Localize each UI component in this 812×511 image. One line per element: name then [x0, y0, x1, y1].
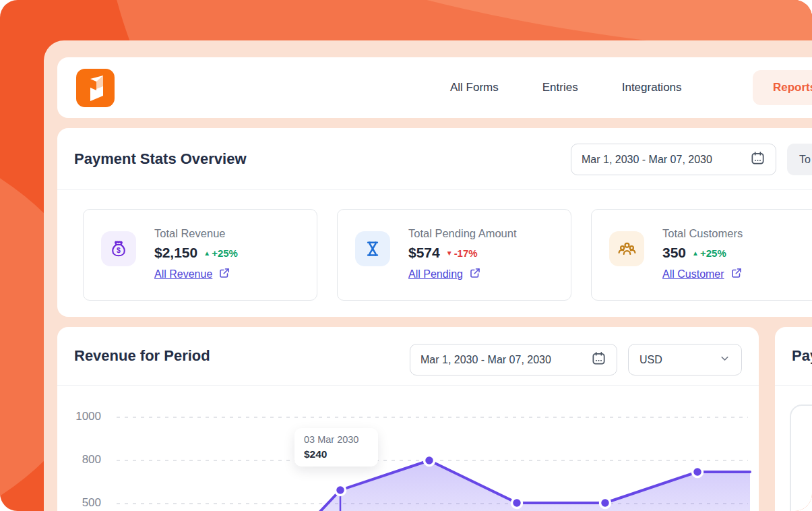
nav-all-forms[interactable]: All Forms — [450, 81, 499, 94]
app-window: All Forms Entries Integrations Reports P… — [0, 0, 812, 511]
all-pending-link[interactable]: All Pending — [408, 268, 463, 280]
paymattic-logo-icon[interactable] — [76, 69, 115, 107]
y-axis-tick: 1000 — [57, 410, 101, 423]
calendar-icon — [591, 351, 606, 369]
trend-up-badge: ▲+25% — [692, 247, 726, 259]
payment-stats-panel: Payment Stats Overview Mar 1, 2030 - Mar… — [57, 128, 812, 317]
stat-card-total-revenue: $ Total Revenue $2,150 ▲+25% All Revenue — [83, 209, 317, 301]
calendar-icon — [750, 150, 766, 169]
y-axis-tick: 500 — [57, 496, 101, 510]
stat-card-total-customers: Total Customers 350 ▲+25% All Customer — [591, 209, 812, 301]
y-axis-tick: 800 — [57, 453, 101, 467]
stat-value: $574 — [408, 245, 440, 261]
top-navbar: All Forms Entries Integrations Reports — [57, 57, 812, 118]
main-nav: All Forms Entries Integrations Reports — [450, 57, 812, 118]
revenue-panel-header: Revenue for Period Mar 1, 2030 - Mar 07,… — [57, 327, 759, 386]
stat-value: 350 — [662, 245, 686, 261]
currency-value: USD — [639, 354, 662, 366]
page-title: Payment Stats Overview — [74, 150, 247, 168]
svg-text:$: $ — [117, 246, 121, 254]
revenue-date-range-picker[interactable]: Mar 1, 2030 - Mar 07, 2030 — [410, 344, 617, 375]
stat-card-total-pending: Total Pending Amount $574 ▼-17% All Pend… — [337, 209, 571, 301]
payments-side-panel: Pay — [775, 327, 812, 511]
hourglass-icon — [355, 231, 390, 266]
nav-integrations[interactable]: Integrations — [622, 81, 682, 94]
nav-reports[interactable]: Reports — [753, 70, 812, 105]
stats-panel-header: Payment Stats Overview Mar 1, 2030 - Mar… — [57, 128, 812, 190]
chevron-down-icon — [719, 353, 730, 367]
side-panel-title: Pay — [792, 347, 812, 365]
all-revenue-link[interactable]: All Revenue — [154, 268, 212, 280]
revenue-title: Revenue for Period — [74, 347, 210, 365]
currency-select[interactable]: USD — [628, 344, 742, 375]
external-link-icon[interactable] — [730, 267, 743, 282]
quick-range-label: To — [799, 154, 811, 166]
trend-down-icon: ▼ — [446, 249, 453, 257]
date-range-text: Mar 1, 2030 - Mar 07, 2030 — [420, 354, 551, 366]
overview-date-range-picker[interactable]: Mar 1, 2030 - Mar 07, 2030 — [571, 144, 776, 175]
stat-cards-row: $ Total Revenue $2,150 ▲+25% All Revenue — [83, 209, 812, 301]
tooltip-value: $240 — [304, 448, 369, 460]
stat-title: Total Customers — [662, 227, 743, 240]
quick-range-button[interactable]: To — [787, 144, 812, 175]
side-panel-header: Pay — [775, 327, 812, 386]
chart-tooltip: 03 Mar 2030 $240 — [294, 428, 378, 467]
trend-up-icon: ▲ — [204, 249, 210, 257]
external-link-icon[interactable] — [218, 267, 230, 282]
side-panel-card — [790, 404, 812, 511]
stat-title: Total Pending Amount — [408, 227, 517, 240]
money-bag-icon: $ — [101, 231, 136, 266]
trend-up-icon: ▲ — [692, 249, 699, 257]
tooltip-date: 03 Mar 2030 — [304, 434, 369, 445]
stat-title: Total Revenue — [154, 227, 238, 240]
nav-entries[interactable]: Entries — [542, 81, 578, 94]
trend-down-badge: ▼-17% — [446, 247, 478, 259]
trend-up-badge: ▲+25% — [204, 247, 238, 259]
revenue-panel: Revenue for Period Mar 1, 2030 - Mar 07,… — [57, 327, 759, 511]
stat-value: $2,150 — [154, 245, 197, 261]
users-icon — [609, 231, 644, 266]
page-frame: All Forms Entries Integrations Reports P… — [44, 40, 812, 511]
date-range-text: Mar 1, 2030 - Mar 07, 2030 — [582, 154, 712, 166]
all-customer-link[interactable]: All Customer — [662, 268, 724, 280]
external-link-icon[interactable] — [469, 267, 481, 282]
